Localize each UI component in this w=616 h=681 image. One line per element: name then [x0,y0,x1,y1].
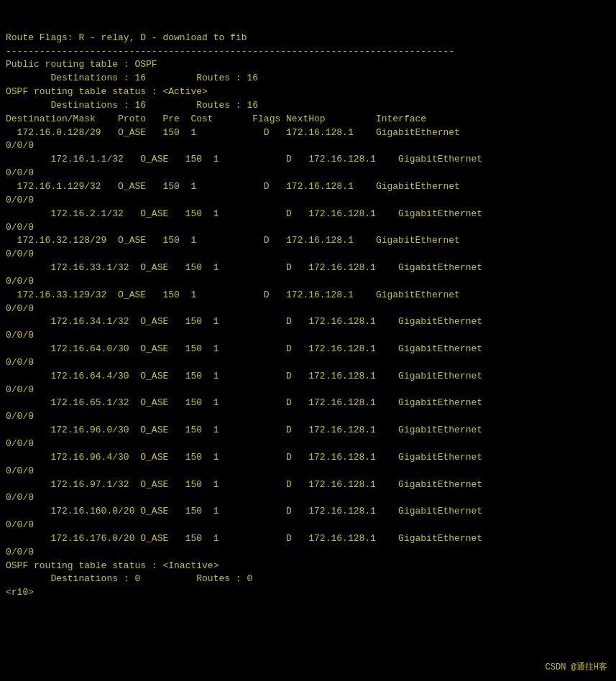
terminal-line: 172.16.96.4/30 O_ASE 150 1 D 172.16.128.… [6,451,610,465]
terminal-line: 172.16.65.1/32 O_ASE 150 1 D 172.16.128.… [6,397,610,410]
terminal-line: 172.16.96.0/30 O_ASE 150 1 D 172.16.128.… [6,424,610,437]
terminal-line: 172.16.97.1/32 O_ASE 150 1 D 172.16.128.… [6,478,610,492]
terminal-line: 0/0/0 [6,546,610,560]
terminal-line: 172.16.160.0/20 O_ASE 150 1 D 172.16.128… [6,505,610,519]
terminal-line: 172.16.34.1/32 O_ASE 150 1 D 172.16.128.… [6,315,610,329]
terminal-line: OSPF routing table status : <Active> [6,85,610,99]
terminal-line: 0/0/0 [6,410,610,424]
terminal-line: Destination/Mask Proto Pre Cost Flags Ne… [6,113,610,126]
terminal-line: 172.16.1.129/32 O_ASE 150 1 D 172.16.128… [6,180,610,194]
terminal-line: 0/0/0 [6,437,610,451]
terminal-line: 172.16.2.1/32 O_ASE 150 1 D 172.16.128.1… [6,208,610,221]
terminal-line: 0/0/0 [6,275,610,289]
terminal-line: 0/0/0 [6,465,610,478]
terminal-line: 172.16.32.128/29 O_ASE 150 1 D 172.16.12… [6,234,610,248]
terminal-line: Public routing table : OSPF [6,58,610,72]
terminal-line: OSPF routing table status : <Inactive> [6,560,610,573]
terminal-line: Destinations : 0 Routes : 0 [6,573,610,586]
terminal-line: 0/0/0 [6,221,610,235]
terminal-line: 172.16.0.128/29 O_ASE 150 1 D 172.16.128… [6,126,610,140]
terminal-line: Route Flags: R - relay, D - download to … [6,32,610,45]
terminal-line: <r10> [6,586,610,600]
terminal-line: 0/0/0 [6,491,610,505]
terminal-line: Destinations : 16 Routes : 16 [6,72,610,85]
terminal-line: 0/0/0 [6,302,610,316]
terminal-line: 0/0/0 [6,139,610,153]
terminal-line: 0/0/0 [6,167,610,180]
terminal-line: 172.16.64.4/30 O_ASE 150 1 D 172.16.128.… [6,370,610,384]
terminal-line: 0/0/0 [6,384,610,397]
terminal-line: 172.16.176.0/20 O_ASE 150 1 D 172.16.128… [6,532,610,546]
terminal-line: 0/0/0 [6,194,610,208]
terminal-line: 0/0/0 [6,356,610,370]
terminal-window: Route Flags: R - relay, D - download to … [0,0,616,681]
terminal-line: 172.16.64.0/30 O_ASE 150 1 D 172.16.128.… [6,343,610,356]
terminal-line: 172.16.33.129/32 O_ASE 150 1 D 172.16.12… [6,289,610,302]
terminal-line: Destinations : 16 Routes : 16 [6,99,610,113]
terminal-line: 172.16.33.1/32 O_ASE 150 1 D 172.16.128.… [6,261,610,275]
brand-label: CSDN @通往H客 [546,662,607,674]
terminal-line: 0/0/0 [6,329,610,343]
terminal-line: ----------------------------------------… [6,45,610,59]
terminal-line: 0/0/0 [6,248,610,261]
terminal-line: 0/0/0 [6,519,610,532]
terminal-line: 172.16.1.1/32 O_ASE 150 1 D 172.16.128.1… [6,153,610,167]
